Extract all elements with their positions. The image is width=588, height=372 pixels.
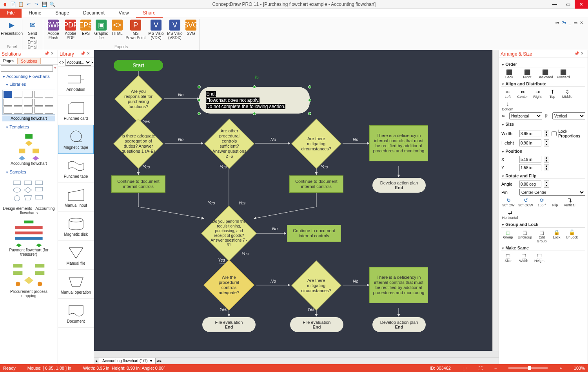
angle-input[interactable] — [519, 181, 541, 188]
tab-prev-icon[interactable]: ◂ — [156, 358, 159, 363]
section-group-lock[interactable]: Group and Lock — [501, 222, 585, 228]
align-right-button[interactable]: ⇥Right — [531, 88, 544, 99]
ribbon-dropdown-icon[interactable]: ▫▾ — [555, 20, 559, 25]
arrange-close-icon[interactable]: ✕ — [581, 51, 586, 57]
rotate-ccw-button[interactable]: ↺90° CCW — [518, 197, 534, 207]
tab-next-icon[interactable]: ▸ — [160, 358, 162, 363]
zoom-in-button[interactable]: + — [559, 366, 562, 370]
close-button[interactable]: ✕ — [575, 0, 588, 9]
status-fit-icon[interactable]: ⛶ — [478, 366, 483, 370]
canvas[interactable]: Start Are you responsible for purchasing… — [94, 50, 492, 351]
presentation-button[interactable]: ▶Presentation — [4, 19, 20, 36]
same-width-button[interactable]: ⬚Width — [517, 253, 530, 263]
section-rotate[interactable]: Rotate and Flip — [501, 173, 585, 179]
ribbon-min-icon[interactable]: _ — [569, 20, 571, 25]
same-height-button[interactable]: ⬚Height — [533, 253, 546, 263]
export-flash-button[interactable]: SWFAdobe Flash — [45, 19, 61, 41]
section-align[interactable]: Align and Distribute — [501, 81, 585, 87]
align-middle-button[interactable]: ⇕Middle — [561, 88, 573, 99]
sample-design-elements[interactable]: Design elements - Accounting flowcharts — [0, 176, 58, 217]
save-icon[interactable]: 💾 — [42, 2, 47, 7]
y-input[interactable] — [519, 164, 541, 171]
height-input[interactable] — [519, 139, 541, 146]
minimize-button[interactable]: — — [548, 0, 561, 9]
rotate-cw-button[interactable]: ↻90° CW — [501, 197, 515, 207]
zoom-slider[interactable] — [508, 367, 548, 369]
lock-proportions-check[interactable]: Lock Proportions — [552, 129, 567, 138]
menu-document[interactable]: Document — [76, 9, 112, 18]
document-tab[interactable]: Accounting flowchart (1/1) ▾ — [99, 358, 156, 364]
height-spinner[interactable]: ▲▼ — [544, 139, 549, 146]
export-pdf-button[interactable]: PDFAdobe PDF — [63, 19, 78, 41]
search-wand-icon[interactable]: ✦ — [53, 65, 57, 72]
align-top-button[interactable]: ⤒Top — [546, 88, 559, 99]
width-spinner[interactable]: ▲▼ — [544, 130, 549, 137]
status-cursor-icon[interactable]: ⬚ — [463, 366, 466, 371]
shape-manual-input[interactable]: Manual input — [58, 183, 94, 212]
node-deficiency-2[interactable]: There is a deficiency in internal contro… — [369, 267, 428, 303]
y-spinner[interactable]: ▲▼ — [544, 164, 549, 171]
section-order[interactable]: Order — [501, 62, 585, 67]
scrollbar-vertical[interactable] — [492, 50, 499, 351]
shape-punched-card[interactable]: Punched card — [58, 96, 94, 125]
redo-icon[interactable]: ↷ — [34, 2, 39, 7]
export-html-button[interactable]: <>HTML — [111, 19, 124, 41]
distribute-v-select[interactable]: Vertical — [552, 112, 585, 119]
shape-manual-file[interactable]: Manual file — [58, 241, 94, 270]
flip-horizontal-button[interactable]: ⇄Horizontal — [501, 209, 519, 220]
new-doc-icon[interactable]: 📄 — [10, 2, 16, 7]
close-panel-icon[interactable]: ✕ — [51, 51, 56, 57]
rotate-180-button[interactable]: ⟳180 ° — [536, 197, 548, 207]
scrollbar-horizontal[interactable] — [163, 358, 499, 364]
shape-manual-operation[interactable]: Manual operation — [58, 270, 94, 299]
tab-solutions[interactable]: Solutions — [17, 58, 40, 64]
sample-payment[interactable]: Payment flowchart (for treasurer) — [0, 217, 58, 259]
arrange-pin-icon[interactable]: 📌 — [574, 51, 580, 57]
node-selected[interactable]: End. Flowchart does not apply. Do not co… — [199, 87, 310, 114]
template-accounting[interactable]: Accounting flowchart — [0, 131, 58, 168]
node-deficiency-1[interactable]: There is a deficiency in internal contro… — [369, 125, 428, 161]
order-forward-button[interactable]: ⬛Forward — [555, 69, 571, 79]
tree-templates[interactable]: Templates — [0, 123, 58, 131]
tab-pages[interactable]: Pages — [0, 58, 17, 64]
lib-next-icon[interactable]: > — [62, 60, 64, 65]
shape-magnetic-tape[interactable]: Magnetic tape — [58, 125, 94, 154]
node-end-develop-1[interactable]: Develop action planEnd — [372, 178, 426, 193]
section-position[interactable]: Position — [501, 149, 585, 154]
export-vdx-button[interactable]: VMS Visio (VDX) — [147, 19, 165, 41]
undo-icon[interactable]: ↶ — [26, 2, 31, 7]
ungroup-button[interactable]: ⬚UnGroup — [517, 229, 533, 243]
tab-add-icon[interactable]: ▸ — [96, 358, 98, 363]
ribbon-restore-icon[interactable]: ▭ — [573, 20, 577, 25]
lib-menu-icon[interactable]: • — [92, 60, 94, 65]
lib-prev-icon[interactable]: < — [59, 60, 61, 65]
search-icon[interactable]: 🔍 — [49, 2, 55, 7]
rotate-handle-icon[interactable]: ↻ — [254, 74, 259, 81]
node-continue-2[interactable]: Continue to document internal controls — [289, 175, 343, 193]
angle-spinner[interactable]: ▲▼ — [544, 181, 549, 188]
order-backward-button[interactable]: ⬛Backward — [537, 69, 553, 79]
flip-vertical-button[interactable]: ⇅Vertical — [563, 197, 577, 207]
shape-annotation[interactable]: Annotation — [58, 67, 94, 96]
menu-home[interactable]: Home — [22, 9, 48, 18]
section-make-same[interactable]: Make Same — [501, 246, 585, 251]
export-vsdx-button[interactable]: VMS Visio (VSDX) — [166, 19, 183, 41]
edit-group-button[interactable]: ⬚Edit Group — [535, 229, 548, 243]
node-end-file-1[interactable]: File evaluationEnd — [202, 317, 256, 332]
clipboard-icon[interactable]: 📋 — [18, 2, 24, 7]
shape-magnetic-disk[interactable]: Magnetic disk — [58, 212, 94, 241]
order-front-button[interactable]: ⬛Front — [519, 69, 535, 79]
ribbon-close-icon[interactable]: ✕ — [580, 20, 583, 25]
library-close-icon[interactable]: ✕ — [87, 51, 92, 57]
pin-select[interactable]: Center-Center — [519, 189, 585, 196]
node-start[interactable]: Start — [114, 60, 163, 71]
unlock-button[interactable]: 🔓UnLock — [565, 229, 579, 243]
pin-icon[interactable]: 📌 — [44, 51, 50, 57]
export-svg-button[interactable]: SVGSVG — [185, 19, 197, 41]
menu-file[interactable]: File — [0, 9, 22, 18]
shape-palette[interactable] — [2, 90, 55, 115]
node-end-file-2[interactable]: File evaluationEnd — [290, 317, 343, 332]
shape-document[interactable]: Document — [58, 299, 94, 328]
solutions-search-input[interactable] — [1, 65, 53, 72]
maximize-button[interactable]: ▭ — [561, 0, 575, 9]
